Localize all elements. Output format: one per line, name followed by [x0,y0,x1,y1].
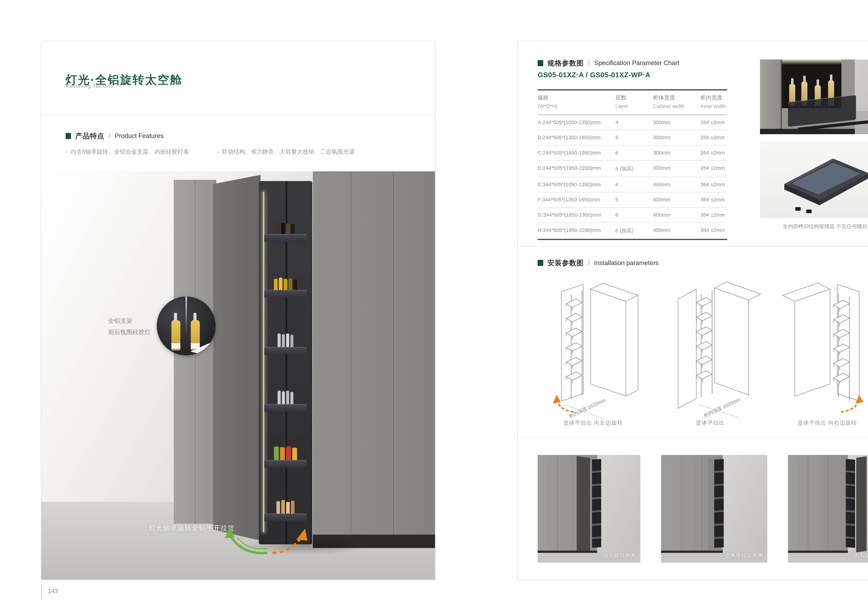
heading-separator: / [588,59,590,67]
effect-photos: 向左旋转效果 篮体平拉出效果 向右旋转效果 [538,455,868,563]
diagram-pullout-rotate-left: 柜内深度 ≥520mm [535,276,643,420]
install-section-header: 安装参数图 / Installation parameters [538,258,659,268]
green-arrow-arc [229,535,267,553]
table-row: D:244*505*(1950-2200)mm6 (加高)300mm264 ±2… [538,161,727,177]
diagram-caption-2: 篮体平拉出 [652,419,769,426]
divider [518,437,868,438]
spec-section-header: 规格参数图 / Specification Parameter Chart [538,58,679,68]
right-page: 规格参数图 / Specification Parameter Chart GS… [517,41,868,580]
dim-label: 柜内深度 ≥520mm [703,396,741,418]
green-square-icon [66,133,71,139]
photo-rotate-right-effect: 向右旋转效果 [788,455,868,563]
heading-separator: / [588,259,590,267]
page-number-left: 143 [41,586,58,599]
features-header: 产品特点 / Product Features [66,131,164,141]
install-heading-zh: 安装参数图 [547,258,584,268]
spec-heading-zh: 规格参数图 [547,58,584,68]
orange-arrowhead-icon [297,529,308,541]
orange-arrow-arc [557,401,574,412]
table-row: B:244*505*(1350-1650)mm5300mm264 ±2mm [538,130,727,146]
spec-photo-basket-in-cabinet [760,59,868,134]
divider [518,246,868,247]
col-header-spec: 规格 [538,94,615,101]
table-row: C:244*505*(1650-1950)mm6300mm264 ±2mm [538,146,727,161]
table-row: F:344*505*(1350-1650)mm5400mm364 ±2mm [538,192,727,208]
spec-table-header-row: 规格(W*D*H) 层数Layer 柜体宽度Cabinet width 柜内宽度… [538,91,727,115]
diagram-caption-3: 篮体平拉出 向右边旋转 [769,419,868,426]
led-glow [782,59,841,65]
feature-bullet-2: · 联动结构、省力静音、大容量大收纳、二边氛围光源 [217,148,355,156]
green-square-icon [538,60,543,66]
install-heading-en: Installation parameters [594,259,659,267]
installation-diagrams: 柜内深度 ≥520mm [535,276,868,420]
feature-bullet-1: · 内含8轴承旋转、全铝合金支架、内嵌硅胶灯条 [66,148,189,156]
table-row: A:244*505*(1050-1350)mm4300mm264 ±2mm [538,115,727,130]
photo-rotate-left-effect: 向左旋转效果 [538,455,640,563]
table-row: H:344*505*(1950-2200)mm6 (加高)400mm364 ±2… [538,223,727,240]
model-number: GS05-01XZ·A / GS05-01XZ-WP·A [538,71,651,79]
tray-illustration [760,142,868,218]
photo-caption: 篮体平拉出效果 [725,552,763,559]
diagram-captions: 篮体平拉出 向左边旋转 篮体平拉出 篮体平拉出 向右边旋转 [535,419,868,426]
divider [41,115,435,115]
table-row: E:344*505*(1050-1350)mm4400mm364 ±2mm [538,177,727,192]
features-heading-en: Product Features [115,132,164,140]
diagram-pullout-straight: 柜内深度 ≥520mm [656,276,764,420]
green-square-icon [538,260,543,266]
photo-pullout-effect: 篮体平拉出效果 [661,455,768,563]
col-header-cabinet-width: 柜体宽度 [653,94,701,101]
col-header-inner-width: 柜内宽度 [701,94,727,101]
features-heading-zh: 产品特点 [75,131,105,141]
feature-bullets: · 内含8轴承旋转、全铝合金支架、内嵌硅胶灯条 · 联动结构、省力静音、大容量大… [66,148,355,156]
spec-photo-glass-tray [760,142,868,218]
hero-photo: 全铝支架 前后氛围硅胶灯 灯光轴承旋转全铝平开拉篮 [41,171,435,579]
green-arrowhead-icon [225,526,234,538]
feature-bullet-2-text: 联动结构、省力静音、大容量大收纳、二边氛围光源 [222,148,355,156]
diagram-caption-1: 篮体平拉出 向左边旋转 [535,419,652,426]
spec-heading-en: Specification Parameter Chart [594,59,679,67]
catalog-spread: 灯光·全铝旋转太空舱 Revolving Tall Unit 产品特点 / Pr… [0,0,868,615]
orange-arrowhead-icon [553,395,561,403]
left-page: 灯光·全铝旋转太空舱 Revolving Tall Unit 产品特点 / Pr… [41,41,436,580]
bullet-dot-icon: · [217,148,219,156]
spec-table: 规格(W*D*H) 层数Layer 柜体宽度Cabinet width 柜内宽度… [538,89,727,240]
photo-caption: 向右旋转效果 [854,552,868,559]
page-subtitle: Revolving Tall Unit [66,83,113,89]
heading-separator: / [109,132,111,140]
bullet-dot-icon: · [66,148,68,156]
feature-bullet-1-text: 内含8轴承旋转、全铝合金支架、内嵌硅胶灯条 [70,148,189,156]
col-header-layer: 层数 [615,94,653,101]
photo-caption: 向左旋转效果 [603,552,636,559]
table-row: G:344*505*(1650-1950)mm6400mm364 ±2mm [538,208,727,223]
diagram-pullout-rotate-right [778,276,868,420]
rotation-arrows [41,171,435,579]
spec-image-caption: 全内部榫卯结构玻璃篮·不见任何螺丝 [754,223,868,230]
